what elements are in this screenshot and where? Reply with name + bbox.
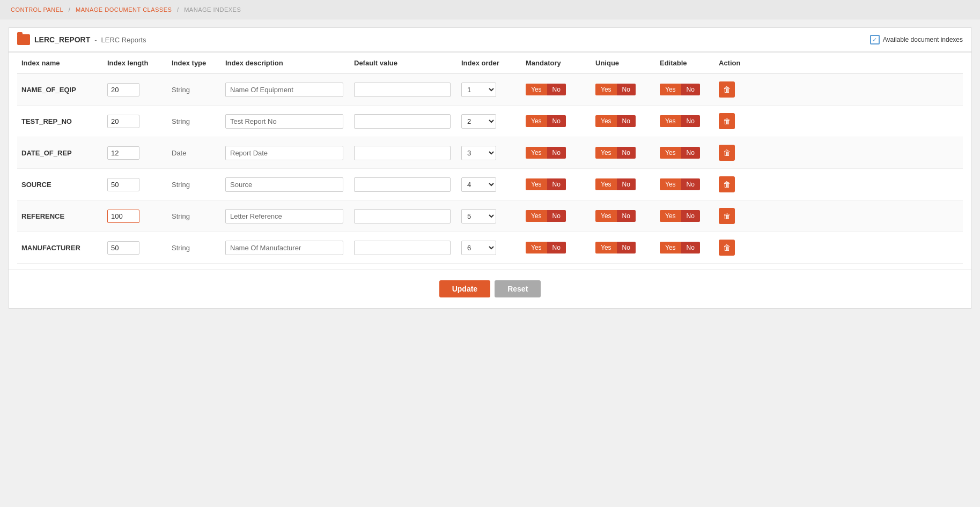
unique-no-4[interactable]: No [617,210,636,222]
length-input-5[interactable] [107,241,139,255]
editable-no-4[interactable]: No [681,210,700,222]
mandatory-yes-2[interactable]: Yes [526,147,547,159]
reset-button[interactable]: Reset [495,280,541,297]
mandatory-yes-4[interactable]: Yes [526,210,547,222]
table-row: DATE_OF_REP Date 123456 Yes No Yes No [17,137,963,169]
unique-yes-3[interactable]: Yes [595,178,617,190]
default-input-4[interactable] [354,209,451,223]
editable-no-5[interactable]: No [681,242,700,253]
index-name-2: DATE_OF_REP [21,149,107,157]
desc-cell-4 [225,209,354,223]
breadcrumb-item-manage-classes[interactable]: MANAGE DOCUMENT CLASSES [76,6,172,13]
default-input-2[interactable] [354,146,451,160]
order-select-1[interactable]: 123456 [461,114,496,129]
desc-cell-0 [225,83,354,97]
unique-yes-1[interactable]: Yes [595,115,617,127]
index-length-cell-0 [107,83,172,96]
editable-yes-1[interactable]: Yes [660,115,681,127]
order-cell-0: 123456 [461,83,526,97]
breadcrumb: CONTROL PANEL / MANAGE DOCUMENT CLASSES … [0,0,980,19]
order-select-3[interactable]: 123456 [461,177,496,192]
mandatory-cell-5: Yes No [526,242,595,253]
mandatory-yes-5[interactable]: Yes [526,242,547,253]
desc-input-4[interactable] [225,209,343,223]
mandatory-cell-1: Yes No [526,115,595,127]
editable-yes-2[interactable]: Yes [660,147,681,159]
unique-toggle-0: Yes No [595,84,636,95]
index-type-2: Date [172,149,225,157]
desc-input-0[interactable] [225,83,343,97]
unique-yes-4[interactable]: Yes [595,210,617,222]
delete-button-4[interactable]: 🗑 [719,208,735,224]
check-icon: ✓ [870,35,880,44]
index-name-1: TEST_REP_NO [21,117,107,125]
editable-yes-4[interactable]: Yes [660,210,681,222]
delete-button-0[interactable]: 🗑 [719,81,735,98]
update-button[interactable]: Update [439,280,490,297]
col-header-index-name: Index name [21,59,107,67]
desc-input-3[interactable] [225,177,343,192]
mandatory-toggle-2: Yes No [526,147,566,159]
mandatory-toggle-5: Yes No [526,242,566,253]
mandatory-yes-1[interactable]: Yes [526,115,547,127]
mandatory-no-0[interactable]: No [547,84,566,95]
unique-no-2[interactable]: No [617,147,636,159]
desc-input-1[interactable] [225,114,343,129]
editable-no-0[interactable]: No [681,84,700,95]
editable-no-2[interactable]: No [681,147,700,159]
mandatory-no-3[interactable]: No [547,178,566,190]
length-input-1[interactable] [107,115,139,128]
length-input-3[interactable] [107,178,139,191]
mandatory-no-1[interactable]: No [547,115,566,127]
delete-button-3[interactable]: 🗑 [719,176,735,192]
default-input-0[interactable] [354,83,451,97]
unique-yes-5[interactable]: Yes [595,242,617,253]
unique-yes-2[interactable]: Yes [595,147,617,159]
unique-no-3[interactable]: No [617,178,636,190]
unique-no-5[interactable]: No [617,242,636,253]
index-length-cell-5 [107,241,172,255]
breadcrumb-item-control-panel[interactable]: CONTROL PANEL [11,6,63,13]
order-select-4[interactable]: 123456 [461,209,496,223]
editable-no-1[interactable]: No [681,115,700,127]
mandatory-no-2[interactable]: No [547,147,566,159]
delete-button-2[interactable]: 🗑 [719,145,735,161]
editable-yes-0[interactable]: Yes [660,84,681,95]
mandatory-toggle-0: Yes No [526,84,566,95]
editable-toggle-4: Yes No [660,210,700,222]
desc-input-5[interactable] [225,241,343,255]
col-header-index-type: Index type [172,59,225,67]
default-input-1[interactable] [354,114,451,129]
breadcrumb-separator-2: / [177,6,179,13]
mandatory-no-5[interactable]: No [547,242,566,253]
default-input-3[interactable] [354,177,451,192]
unique-no-0[interactable]: No [617,84,636,95]
editable-toggle-5: Yes No [660,242,700,253]
mandatory-yes-0[interactable]: Yes [526,84,547,95]
default-cell-0 [354,83,461,97]
desc-input-2[interactable] [225,146,343,160]
mandatory-yes-3[interactable]: Yes [526,178,547,190]
default-input-5[interactable] [354,241,451,255]
length-input-4[interactable] [107,210,139,223]
order-select-5[interactable]: 123456 [461,241,496,255]
index-name-5: MANUFACTURER [21,244,107,252]
delete-button-1[interactable]: 🗑 [719,113,735,129]
length-input-0[interactable] [107,83,139,96]
delete-button-5[interactable]: 🗑 [719,240,735,256]
index-type-4: String [172,212,225,220]
editable-no-3[interactable]: No [681,178,700,190]
length-input-2[interactable] [107,146,139,160]
order-select-2[interactable]: 123456 [461,146,496,160]
editable-yes-3[interactable]: Yes [660,178,681,190]
index-type-0: String [172,86,225,94]
mandatory-toggle-3: Yes No [526,178,566,190]
mandatory-no-4[interactable]: No [547,210,566,222]
doc-class-id: LERC_REPORT [34,35,90,44]
unique-yes-0[interactable]: Yes [595,84,617,95]
editable-yes-5[interactable]: Yes [660,242,681,253]
default-cell-3 [354,177,461,192]
order-select-0[interactable]: 123456 [461,83,496,97]
unique-no-1[interactable]: No [617,115,636,127]
editable-cell-3: Yes No [660,178,719,190]
